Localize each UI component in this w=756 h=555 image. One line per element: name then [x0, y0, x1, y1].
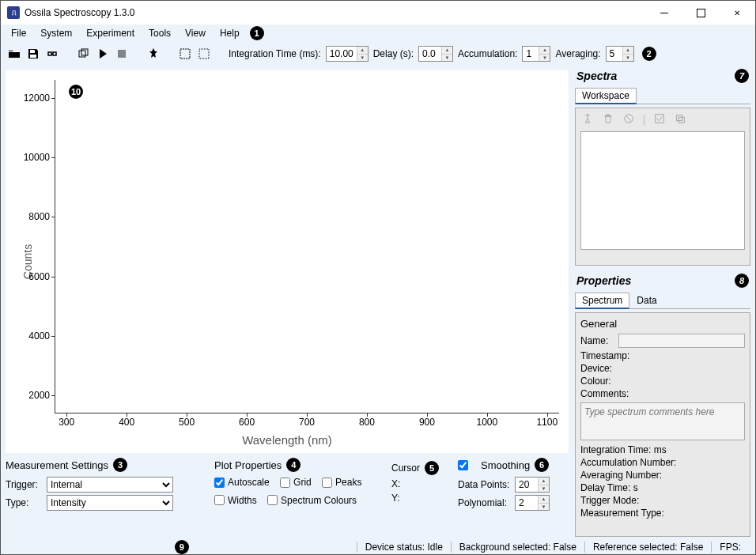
- plot-region: [55, 80, 559, 413]
- accumulation-line: Accumulation Number:: [580, 457, 745, 468]
- callout-5: 5: [425, 461, 439, 475]
- smoothing-panel: Smoothing 6 Data Points: ▲▼ Polynomial: …: [458, 458, 569, 532]
- menu-tools[interactable]: Tools: [142, 26, 178, 40]
- open-icon[interactable]: [7, 47, 21, 61]
- x-tick-label: 1000: [476, 417, 497, 428]
- polynomial-label: Polynomial:: [458, 497, 512, 508]
- callout-1: 1: [250, 26, 264, 40]
- name-input[interactable]: [618, 334, 745, 348]
- menu-help[interactable]: Help: [213, 26, 247, 40]
- chart[interactable]: 10 Counts Wavelength (nm) 20004000600080…: [6, 70, 569, 453]
- datapoints-input[interactable]: ▲▼: [515, 477, 550, 493]
- ws-checkall-icon[interactable]: [654, 113, 665, 126]
- menu-system[interactable]: System: [33, 26, 79, 40]
- type-select[interactable]: Intensity: [47, 495, 173, 511]
- y-tick-label: 8000: [28, 211, 50, 222]
- window-minimize-button[interactable]: [646, 1, 682, 25]
- spin-down-icon: ▼: [357, 55, 368, 62]
- window-close-button[interactable]: ✕: [719, 1, 755, 25]
- autoscale-checkbox[interactable]: Autoscale: [214, 477, 270, 488]
- averaging-label: Averaging:: [555, 48, 600, 59]
- ws-block-icon[interactable]: [623, 113, 634, 126]
- save-icon[interactable]: [26, 47, 40, 61]
- x-tick-label: 700: [299, 417, 315, 428]
- x-axis-label: Wavelength (nm): [6, 433, 569, 447]
- svg-rect-3: [81, 49, 88, 55]
- tab-data[interactable]: Data: [629, 293, 663, 308]
- smoothing-title: Smoothing: [481, 459, 530, 471]
- colour-label: Colour:: [580, 376, 745, 387]
- accumulation-input[interactable]: ▲▼: [522, 46, 550, 62]
- delay-time-line: Delay Time: s: [580, 482, 745, 493]
- measurement-settings-title: Measurement Settings: [6, 459, 108, 471]
- averaging-line: Averaging Number:: [580, 470, 745, 481]
- x-tick-label: 600: [239, 417, 255, 428]
- name-label: Name:: [580, 335, 615, 346]
- cursor-y: Y:: [391, 493, 455, 504]
- window-controls: ✕: [646, 1, 755, 25]
- ws-copyall-icon[interactable]: [675, 113, 686, 126]
- type-label: Type:: [6, 497, 43, 508]
- cursor-x: X:: [391, 478, 455, 489]
- svg-rect-5: [180, 49, 190, 59]
- menu-view[interactable]: View: [178, 26, 213, 40]
- x-tick-label: 800: [359, 417, 375, 428]
- status-fps: FPS:: [711, 542, 749, 553]
- integration-time-line: Integration Time: ms: [580, 444, 745, 455]
- peaks-checkbox[interactable]: Peaks: [322, 477, 361, 488]
- bottom-panels: Measurement Settings3 Trigger: Internal …: [4, 455, 570, 535]
- select-region-a-icon[interactable]: [178, 47, 192, 61]
- select-region-b-icon[interactable]: [197, 47, 211, 61]
- svg-rect-1: [30, 55, 36, 58]
- properties-tabs: Spectrum Data: [575, 293, 750, 309]
- comments-label: Comments:: [580, 388, 745, 399]
- connect-icon[interactable]: [45, 47, 59, 61]
- properties-box: General Name: Timestamp: Device: Colour:…: [575, 312, 750, 537]
- grid-checkbox[interactable]: Grid: [280, 477, 312, 488]
- timestamp-label: Timestamp:: [580, 350, 745, 361]
- toolbar: Integration Time (ms): ▲▼ Delay (s): ▲▼ …: [1, 42, 755, 66]
- integration-time-input[interactable]: ▲▼: [326, 46, 369, 62]
- status-reference: Reference selected: False: [584, 542, 711, 553]
- comments-input[interactable]: [580, 402, 745, 440]
- callout-9: 9: [175, 540, 189, 554]
- play-icon[interactable]: [96, 47, 110, 61]
- svg-rect-9: [677, 115, 682, 121]
- cursor-title: Cursor: [391, 462, 420, 474]
- svg-rect-4: [118, 50, 126, 58]
- window-maximize-button[interactable]: [682, 1, 719, 25]
- callout-2: 2: [642, 47, 656, 61]
- stop-icon[interactable]: [115, 47, 129, 61]
- ws-pin-icon[interactable]: [582, 113, 593, 126]
- status-background: Background selected: False: [451, 542, 584, 553]
- y-tick-label: 10000: [24, 152, 50, 163]
- measurement-settings-panel: Measurement Settings3 Trigger: Internal …: [6, 458, 211, 532]
- repeat-capture-icon[interactable]: [77, 47, 91, 61]
- menu-file[interactable]: File: [4, 26, 33, 40]
- callout-6: 6: [535, 458, 549, 472]
- polynomial-input[interactable]: ▲▼: [515, 495, 550, 511]
- widths-checkbox[interactable]: Widths: [214, 495, 257, 506]
- smoothing-enable-checkbox[interactable]: [458, 460, 468, 470]
- pin-icon[interactable]: [146, 47, 161, 61]
- tab-workspace[interactable]: Workspace: [575, 88, 637, 104]
- measurement-type-line: Measurement Type:: [580, 508, 745, 519]
- general-group-title: General: [580, 316, 745, 331]
- spectrum-colours-checkbox[interactable]: Spectrum Colours: [267, 495, 357, 506]
- workspace-list[interactable]: [580, 131, 745, 250]
- tab-spectrum[interactable]: Spectrum: [575, 293, 629, 309]
- trigger-label: Trigger:: [6, 479, 43, 490]
- delay-input[interactable]: ▲▼: [418, 46, 453, 62]
- window-title: Ossila Spectroscopy 1.3.0: [25, 7, 134, 18]
- ws-trash-icon[interactable]: [603, 113, 614, 126]
- spectra-tabs: Workspace: [575, 88, 750, 104]
- spin-up-icon: ▲: [357, 47, 368, 55]
- svg-rect-10: [679, 117, 684, 123]
- menu-experiment[interactable]: Experiment: [79, 26, 142, 40]
- svg-rect-6: [199, 49, 209, 59]
- callout-4: 4: [286, 458, 301, 472]
- menubar: File System Experiment Tools View Help 1: [1, 25, 755, 42]
- workspace-box: [575, 108, 750, 266]
- averaging-input[interactable]: ▲▼: [606, 46, 634, 62]
- trigger-select[interactable]: Internal: [47, 477, 173, 493]
